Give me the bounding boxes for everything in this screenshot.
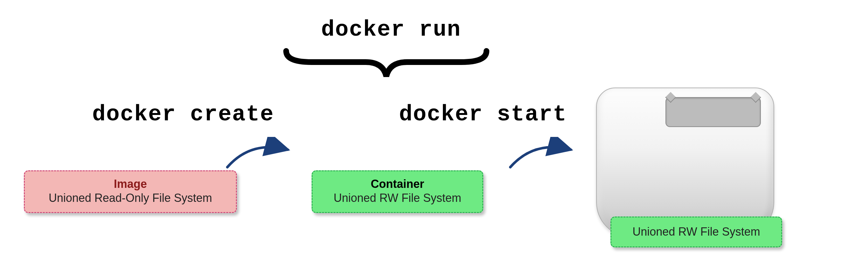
container-box-subtitle: Unioned RW File System [321,191,473,206]
brace-icon [277,43,496,81]
container-box: Container Unioned RW File System [312,170,483,213]
container-box-title: Container [321,177,473,191]
running-fs-box: Unioned RW File System [611,217,782,247]
image-box-subtitle: Unioned Read-Only File System [34,191,227,206]
running-container-icon [596,87,774,237]
label-docker-start: docker start [399,102,567,127]
image-box-title: Image [34,177,227,191]
label-docker-run: docker run [321,17,461,42]
pod-screen [665,97,761,127]
running-fs-subtitle: Unioned RW File System [620,224,772,239]
arrow-start-icon [505,137,582,175]
label-docker-create: docker create [92,102,274,127]
arrow-create-icon [223,137,299,175]
image-box: Image Unioned Read-Only File System [24,170,237,213]
